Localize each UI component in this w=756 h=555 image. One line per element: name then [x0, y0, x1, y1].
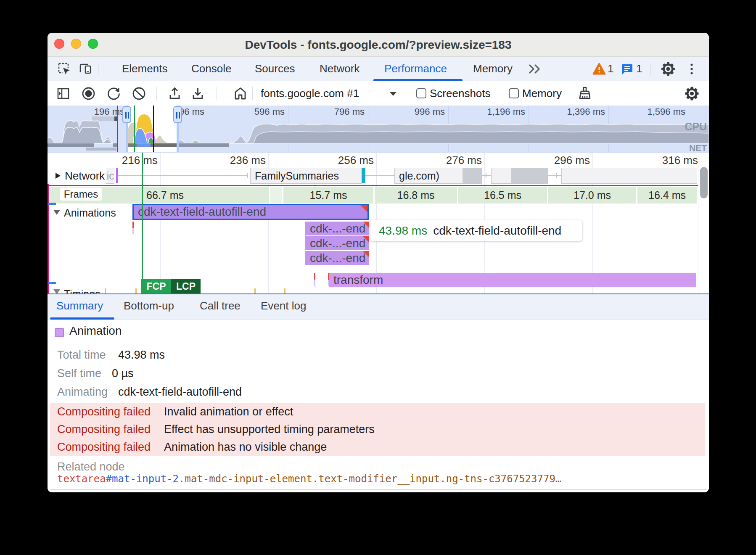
failure-label: Compositing failed	[57, 403, 151, 420]
message-icon[interactable]	[621, 63, 634, 76]
network-whisker	[247, 173, 248, 178]
animation-bar-selected[interactable]: cdk-text-field-autofill-end	[132, 204, 369, 220]
overview-cursor-line	[117, 106, 118, 152]
perf-settings-gear-icon[interactable]	[684, 86, 700, 101]
lcp-marker[interactable]: LCP	[171, 279, 201, 293]
tab-sources[interactable]: Sources	[255, 57, 295, 81]
memory-label[interactable]: Memory	[522, 81, 562, 106]
warning-icon[interactable]	[592, 63, 606, 75]
net-activity-bar	[177, 143, 229, 147]
separator	[408, 87, 408, 100]
more-tabs-icon[interactable]	[528, 63, 542, 74]
dropdown-arrow-icon[interactable]	[389, 91, 397, 96]
separator	[675, 87, 675, 100]
frame-cell[interactable]: 16.4 ms	[637, 187, 697, 204]
animation-bar[interactable]: cdk-...-end	[305, 251, 369, 265]
network-request-bar[interactable]: FamilySummaries	[250, 168, 362, 184]
bar-label: FamilySummaries	[255, 168, 339, 183]
timings-track-label[interactable]: Timings	[64, 288, 100, 293]
frame-cell[interactable]	[270, 187, 282, 204]
network-request-bar[interactable]	[561, 168, 697, 184]
inspect-icon[interactable]	[58, 62, 71, 75]
self-time-label: Self time	[57, 367, 101, 380]
device-toolbar-icon[interactable]	[79, 62, 93, 75]
tab-memory[interactable]: Memory	[473, 57, 513, 81]
tab-elements[interactable]: Elements	[122, 57, 167, 81]
handle-grip-icon	[179, 112, 180, 119]
bar-label: 17.0 ms	[548, 187, 636, 204]
bar-label: transform	[333, 273, 383, 287]
frame-cell[interactable]: 16.8 ms	[375, 187, 457, 204]
node-tag: textarea	[57, 473, 106, 485]
bar-label: 15.7 ms	[283, 187, 373, 204]
network-track-label[interactable]: Network	[49, 168, 106, 184]
download-icon[interactable]	[191, 87, 204, 100]
frame-cell[interactable]: 16.5 ms	[458, 187, 547, 204]
bar-label: 16.4 ms	[637, 187, 697, 204]
animations-track-label[interactable]: Animations	[64, 207, 116, 219]
failure-label: Compositing failed	[57, 438, 151, 456]
fcp-marker[interactable]: FCP	[141, 279, 171, 293]
tab-console[interactable]: Console	[191, 57, 231, 81]
timeline-overview[interactable]: 196 ms 396 ms 596 ms 796 ms 996 ms 1,196…	[48, 106, 709, 153]
frame-cell[interactable]: 15.7 ms	[283, 187, 373, 204]
overview-marker-line	[153, 106, 154, 152]
network-request-bar[interactable]: gle.com)	[394, 168, 482, 184]
scrollbar-thumb[interactable]	[700, 167, 708, 198]
compositing-failure-corner-icon	[363, 222, 369, 227]
reload-icon[interactable]	[107, 87, 121, 100]
tab-summary[interactable]: Summary	[56, 294, 103, 317]
compositing-failure-corner-icon	[360, 205, 367, 212]
screenshots-label[interactable]: Screenshots	[430, 81, 491, 106]
kebab-menu-icon[interactable]	[690, 63, 694, 75]
details-tab-bar: Summary Bottom-up Call tree Event log	[48, 294, 709, 320]
toggle-sidebar-icon[interactable]	[57, 87, 70, 100]
failure-reason: Effect has unsupported timing parameters	[164, 420, 375, 438]
related-node-link[interactable]: textarea#mat-input-2.mat-mdc-input-eleme…	[57, 473, 561, 485]
tab-bottom-up[interactable]: Bottom-up	[124, 294, 174, 317]
flame-chart[interactable]: 216 ms 236 ms 256 ms 276 ms 296 ms 316 m…	[48, 153, 709, 293]
tooltip-duration: 43.98 ms	[379, 224, 427, 237]
active-tab-underline	[50, 317, 114, 320]
memory-checkbox[interactable]	[509, 88, 519, 98]
vertical-scrollbar[interactable]	[698, 153, 709, 293]
right-selection-handle[interactable]	[173, 106, 182, 123]
frame-cell[interactable]: 17.0 ms	[548, 187, 636, 204]
animation-bar-transform[interactable]: transform	[329, 273, 696, 287]
warning-count: 1	[608, 57, 613, 81]
bar-label: cdk-...-end	[310, 251, 365, 265]
titlebar: DevTools - fonts.google.com/?preview.siz…	[48, 33, 709, 57]
network-whisker	[486, 173, 486, 178]
timing-mark	[105, 288, 106, 293]
tab-network[interactable]: Network	[320, 57, 359, 81]
settings-gear-icon[interactable]	[661, 61, 676, 77]
window-title: DevTools - fonts.google.com/?preview.siz…	[48, 33, 709, 57]
separator	[650, 63, 650, 75]
collapse-triangle-icon[interactable]	[53, 210, 60, 215]
animation-bar[interactable]: cdk-...-end	[305, 236, 369, 250]
failure-label: Compositing failed	[57, 420, 151, 438]
upload-icon[interactable]	[168, 87, 181, 100]
record-icon[interactable]	[82, 87, 95, 100]
animation-tick	[314, 273, 315, 280]
compositing-failure-corner-icon	[363, 236, 369, 242]
expand-triangle-icon[interactable]	[56, 173, 61, 179]
frames-track-label[interactable]: Frames	[60, 188, 102, 201]
main-tab-bar: Elements Console Sources Network Perform…	[48, 57, 709, 81]
tab-event-log[interactable]: Event log	[261, 294, 306, 317]
garbage-collect-icon[interactable]	[578, 86, 592, 101]
animation-tooltip: 43.98 mscdk-text-field-autofill-end	[370, 220, 582, 241]
net-activity-bar	[86, 148, 116, 151]
animation-tick	[132, 222, 134, 228]
tab-performance[interactable]: Performance	[384, 57, 447, 81]
animation-tick	[314, 280, 315, 286]
home-icon[interactable]	[233, 87, 247, 100]
fcp-marker-line	[142, 153, 143, 279]
left-selection-handle[interactable]	[122, 106, 131, 123]
network-request-bar[interactable]	[491, 168, 548, 184]
clear-icon[interactable]	[132, 87, 146, 100]
animation-bar[interactable]: cdk-...-end	[305, 222, 369, 235]
tab-call-tree[interactable]: Call tree	[200, 294, 241, 317]
profile-selector[interactable]: fonts.google.com #1	[261, 81, 359, 106]
screenshots-checkbox[interactable]	[416, 88, 426, 98]
